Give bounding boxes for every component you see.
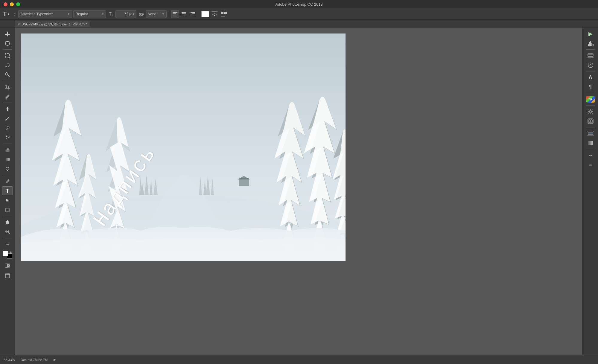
svg-rect-82 [589, 120, 590, 123]
svg-point-72 [589, 110, 592, 113]
toolbar-sep-5 [3, 175, 12, 175]
svg-rect-10 [191, 15, 195, 15]
run-action-btn[interactable]: ▶ [585, 29, 596, 38]
clone-tool[interactable] [2, 124, 13, 132]
svg-line-80 [588, 113, 589, 113]
pen-tool[interactable] [2, 177, 13, 186]
marquee-tool[interactable] [2, 51, 13, 60]
document-tab[interactable]: × DSCF2949.jpg @ 33,3% (Layer 1, RGB/8*)… [15, 21, 89, 27]
svg-rect-16 [221, 16, 225, 16]
gradient-map-btn[interactable] [585, 138, 596, 147]
history-brush-tool[interactable] [2, 133, 13, 142]
svg-point-38 [7, 126, 9, 128]
shape-tool[interactable] [2, 205, 13, 214]
extra-tools-btn[interactable]: ••• [2, 240, 13, 249]
filter-panel-btn[interactable] [585, 107, 596, 116]
font-style-value: Regular [75, 12, 100, 16]
crop-tool[interactable] [2, 83, 13, 92]
quick-mask-btn[interactable] [2, 261, 13, 270]
align-left-btn[interactable] [171, 10, 179, 18]
minimize-button[interactable] [10, 2, 14, 6]
font-size-t-icon-btn[interactable]: T ↕ [107, 10, 114, 18]
svg-rect-4 [182, 12, 186, 13]
collapse-right-btn[interactable]: ▸▸ [585, 160, 596, 169]
svg-rect-12 [211, 11, 217, 12]
doc-tab-close-icon[interactable]: × [18, 22, 20, 26]
select-panel-btn[interactable] [585, 129, 596, 138]
aa-icon-btn[interactable]: aa a [138, 10, 144, 18]
anti-alias-dropdown[interactable]: None ▼ [146, 10, 167, 18]
screen-mode-btn[interactable] [2, 271, 13, 280]
font-size-arrow: ▼ [132, 13, 135, 16]
toolbar-sep-3 [3, 103, 12, 103]
expand-right-btn[interactable]: ▸▸ [585, 151, 596, 160]
svg-rect-64 [591, 43, 592, 46]
options-bar: T ▼ ↕ American Typewriter ▼ Regular ▼ T … [0, 8, 598, 20]
svg-rect-13 [221, 12, 223, 14]
text-tool[interactable]: T [2, 186, 13, 195]
left-toolbar: ▸ [0, 28, 15, 355]
font-size-icon: ↕ [13, 11, 16, 17]
warp-text-btn[interactable] [210, 10, 219, 18]
close-button[interactable] [4, 2, 7, 6]
hand-tool[interactable] [2, 218, 13, 227]
svg-rect-15 [221, 15, 227, 15]
align-center-btn[interactable] [180, 10, 188, 18]
svg-rect-68 [588, 57, 593, 58]
anti-alias-arrow: ▼ [162, 13, 165, 16]
divider-2 [199, 11, 199, 17]
navigator-btn[interactable] [585, 51, 596, 60]
svg-rect-44 [5, 158, 10, 161]
svg-rect-18 [6, 42, 9, 45]
paragraph-panel-btn[interactable]: ¶ [585, 83, 596, 92]
eraser-tool[interactable] [2, 145, 13, 154]
move-tool[interactable] [2, 29, 13, 38]
foreground-color-swatch[interactable] [3, 251, 8, 256]
text-color-swatch[interactable] [201, 11, 209, 17]
font-family-dropdown[interactable]: American Typewriter ▼ [18, 10, 72, 18]
blur-tool[interactable] [2, 165, 13, 173]
character-panel-btn[interactable]: A [585, 73, 596, 82]
svg-rect-0 [173, 12, 177, 13]
zoom-tool[interactable] [2, 227, 13, 236]
path-selection-tool[interactable] [2, 196, 13, 205]
brush-tool[interactable] [2, 114, 13, 123]
svg-rect-9 [192, 13, 195, 14]
right-panel: ▶ [582, 28, 598, 355]
svg-rect-84 [588, 131, 593, 132]
svg-point-25 [5, 73, 8, 75]
canvas: Надпись [21, 33, 346, 261]
window-controls[interactable] [4, 2, 20, 6]
font-size-input[interactable] [117, 12, 128, 16]
artboard-tool[interactable]: ▸ [2, 39, 13, 48]
swap-colors-btn[interactable] [9, 251, 12, 254]
status-arrow[interactable]: ▶ [54, 358, 56, 362]
svg-rect-65 [593, 44, 594, 46]
svg-rect-56 [5, 274, 10, 278]
magic-wand-tool[interactable] [2, 70, 13, 79]
lasso-tool[interactable] [2, 61, 13, 70]
align-right-btn[interactable] [189, 10, 197, 18]
eyedropper-tool[interactable] [2, 92, 13, 101]
doc-tab-title: DSCF2949.jpg @ 33,3% (Layer 1, RGB/8*) * [22, 22, 87, 26]
toolbar-sep-4 [3, 144, 12, 144]
font-size-icon-btn[interactable]: ↕ [12, 10, 17, 18]
toolbar-sep-6 [3, 216, 12, 216]
right-sep-2 [586, 71, 595, 71]
svg-rect-2 [173, 15, 177, 15]
maximize-button[interactable] [16, 2, 20, 6]
svg-rect-36 [6, 109, 9, 109]
gradient-tool[interactable] [2, 155, 13, 164]
right-sep-3 [586, 93, 595, 93]
histogram-btn[interactable] [585, 39, 596, 48]
font-icon-btn[interactable]: T ▼ [2, 10, 11, 18]
smart-filter-btn[interactable] [585, 117, 596, 126]
toggle-panels-btn[interactable] [220, 10, 228, 18]
healing-tool[interactable] [2, 104, 13, 113]
font-size-input-wrap[interactable]: pt ▼ [115, 10, 136, 18]
svg-rect-43 [6, 150, 9, 152]
adjustments-btn[interactable] [585, 61, 596, 70]
svg-rect-1 [173, 13, 176, 14]
font-style-dropdown[interactable]: Regular ▼ [73, 10, 106, 18]
tk-panel-btn[interactable]: TK [585, 95, 596, 104]
